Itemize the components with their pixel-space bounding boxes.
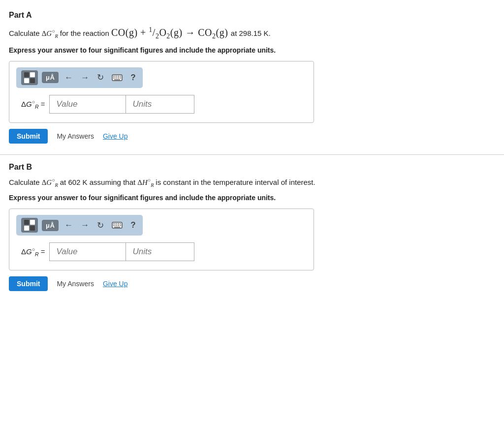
part-a-reaction: CO(g) + 1/2O2(g) → CO2(g) — [111, 27, 231, 38]
svg-rect-2 — [116, 76, 117, 77]
b-keyboard-icon — [112, 222, 123, 229]
part-a-keyboard-btn[interactable] — [110, 73, 125, 82]
part-a-grid-icon — [24, 72, 35, 83]
svg-rect-6 — [116, 77, 117, 78]
part-a-help-btn[interactable]: ? — [128, 72, 137, 84]
svg-rect-8 — [120, 77, 122, 78]
part-a-value-input[interactable] — [49, 95, 126, 114]
keyboard-icon — [112, 74, 123, 81]
part-a-input-row: ΔG○R = — [21, 95, 307, 114]
part-a-toolbar: μÅ ← → ↻ ? — [16, 67, 143, 88]
part-a-answer-box: μÅ ← → ↻ ? — [9, 61, 314, 123]
part-b-delta-h-symbol: ΔH○R — [137, 178, 156, 186]
part-a-section: Part A Calculate ΔG○R for the reaction C… — [0, 5, 504, 152]
svg-rect-1 — [113, 76, 115, 77]
svg-rect-12 — [116, 223, 117, 224]
svg-rect-15 — [113, 225, 115, 226]
part-b-delta-symbol: ΔG○R — [42, 178, 60, 186]
part-divider — [0, 154, 504, 155]
part-a-grid-icon-btn[interactable] — [21, 70, 38, 85]
b-grid-cell-3 — [24, 226, 29, 231]
part-b-answer-box: μÅ ← → ↻ ? — [9, 208, 314, 270]
part-b-grid-icon — [24, 220, 35, 231]
part-a-title: Part A — [9, 11, 495, 20]
svg-rect-9 — [114, 79, 120, 80]
part-b-section: Part B Calculate ΔG○R at 602 K assuming … — [0, 157, 504, 300]
part-b-toolbar: μÅ ← → ↻ ? — [16, 215, 143, 236]
part-b-value-input[interactable] — [49, 242, 126, 261]
b-grid-cell-2 — [30, 220, 35, 225]
part-b-delta-label: ΔG○R = — [21, 246, 45, 257]
part-b-keyboard-btn[interactable] — [110, 221, 125, 230]
svg-rect-4 — [120, 76, 122, 77]
svg-rect-16 — [116, 225, 117, 226]
part-b-sig-fig-text: Express your answer to four significant … — [9, 194, 495, 202]
part-b-mu-btn[interactable]: μÅ — [42, 220, 59, 231]
part-a-units-input[interactable] — [126, 95, 194, 114]
grid-cell-2 — [30, 72, 35, 77]
part-a-delta-symbol: ΔG○R — [42, 30, 60, 37]
part-b-title: Part B — [9, 163, 495, 172]
svg-rect-3 — [118, 76, 119, 77]
part-a-submit-row: Submit My Answers Give Up — [9, 129, 495, 144]
grid-cell-4 — [30, 78, 35, 83]
svg-rect-17 — [118, 225, 119, 226]
svg-rect-18 — [120, 225, 122, 226]
part-b-submit-btn[interactable]: Submit — [9, 276, 48, 291]
svg-rect-14 — [120, 223, 122, 224]
svg-rect-19 — [114, 227, 120, 228]
svg-rect-5 — [113, 77, 115, 78]
part-b-redo-btn[interactable]: → — [79, 219, 91, 231]
part-b-grid-icon-btn[interactable] — [21, 218, 38, 233]
part-a-redo-btn[interactable]: → — [79, 72, 91, 84]
part-b-input-row: ΔG○R = — [21, 242, 307, 261]
grid-cell-1 — [24, 72, 29, 77]
part-b-reset-btn[interactable]: ↻ — [95, 219, 106, 232]
svg-rect-13 — [118, 223, 119, 224]
b-grid-cell-4 — [30, 226, 35, 231]
b-grid-cell-1 — [24, 220, 29, 225]
svg-rect-7 — [118, 77, 119, 78]
part-a-sig-fig-text: Express your answer to four significant … — [9, 46, 495, 54]
svg-rect-11 — [113, 223, 115, 224]
part-b-help-btn[interactable]: ? — [128, 219, 137, 231]
part-b-units-input[interactable] — [126, 242, 194, 261]
part-a-problem-text: Calculate ΔG○R for the reaction CO(g) + … — [9, 25, 495, 41]
part-a-submit-btn[interactable]: Submit — [9, 129, 48, 144]
part-a-delta-label: ΔG○R = — [21, 99, 45, 110]
part-a-my-answers-link[interactable]: My Answers — [57, 132, 94, 140]
part-a-mu-btn[interactable]: μÅ — [42, 72, 59, 83]
part-a-reset-btn[interactable]: ↻ — [95, 71, 106, 84]
part-a-undo-btn[interactable]: ← — [63, 72, 75, 84]
part-b-give-up-link[interactable]: Give Up — [103, 280, 128, 288]
grid-cell-3 — [24, 78, 29, 83]
part-b-problem-text: Calculate ΔG○R at 602 K assuming that ΔH… — [9, 177, 495, 189]
part-b-my-answers-link[interactable]: My Answers — [57, 280, 94, 288]
part-a-give-up-link[interactable]: Give Up — [103, 132, 128, 140]
part-b-submit-row: Submit My Answers Give Up — [9, 276, 495, 291]
part-b-undo-btn[interactable]: ← — [63, 219, 75, 231]
